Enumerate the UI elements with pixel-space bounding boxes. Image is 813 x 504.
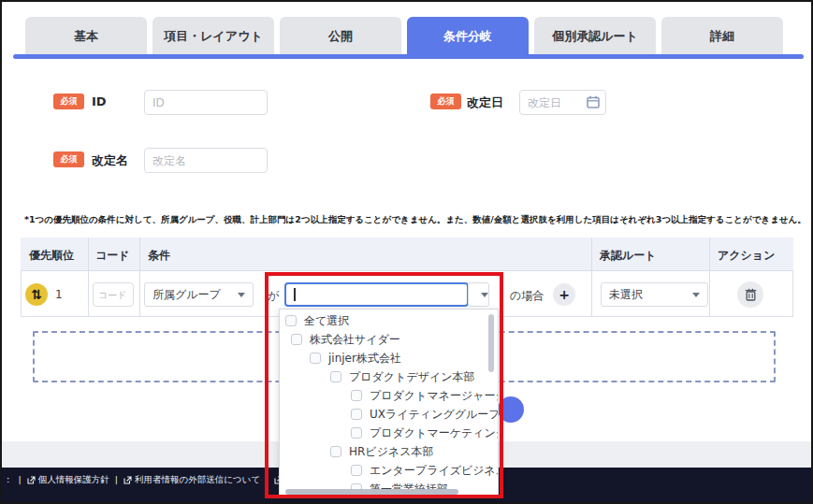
dropdown-item-company-cider[interactable]: 株式会社サイダー xyxy=(280,330,498,349)
checkbox[interactable] xyxy=(351,409,362,420)
checkbox[interactable] xyxy=(330,371,341,382)
checkbox[interactable] xyxy=(285,315,297,326)
tab-publish[interactable]: 公開 xyxy=(280,17,401,55)
add-condition-button[interactable]: + xyxy=(553,283,575,306)
checkbox[interactable] xyxy=(330,446,341,457)
add-row-fab[interactable] xyxy=(498,396,524,423)
tab-condition-branch[interactable]: 条件分岐 xyxy=(407,17,529,55)
checkbox[interactable] xyxy=(351,427,362,439)
tab-basic[interactable]: 基本 xyxy=(25,17,147,55)
sort-handle-icon[interactable]: ⇅ xyxy=(25,283,48,306)
revision-date-label: 改定日 xyxy=(467,94,503,111)
condition-value-input[interactable] xyxy=(284,282,469,307)
chevron-down-icon xyxy=(481,293,488,297)
calendar-icon[interactable] xyxy=(587,95,600,108)
suffix-text: の場合 xyxy=(510,288,544,304)
revision-name-input[interactable] xyxy=(144,148,268,173)
particle-text: が xyxy=(268,288,279,304)
footer-prefix: ： xyxy=(4,474,13,486)
text-cursor xyxy=(294,288,296,301)
dropdown-item-enterprise-business-dept[interactable]: エンタープライズビジネス部 xyxy=(280,461,498,480)
trash-icon xyxy=(745,288,757,301)
constraint-note: *1つの優先順位の条件に対して、所属グループ、役職、計上部門は2つ以上指定するこ… xyxy=(24,214,801,226)
id-label: ID xyxy=(92,94,107,108)
dropdown-item-select-all[interactable]: 全て選択 xyxy=(280,311,498,330)
header-priority: 優先順位 xyxy=(29,248,74,264)
required-badge-revision-date: 必須 xyxy=(430,94,461,109)
dropdown-item-product-manager-group[interactable]: プロダクトマネージャーグル xyxy=(280,386,498,405)
condition-value-dropdown-toggle[interactable] xyxy=(468,282,489,307)
checkbox[interactable] xyxy=(310,353,321,364)
checkbox[interactable] xyxy=(291,334,302,345)
dropdown-item-ux-writing-group[interactable]: UXライティンググループ xyxy=(280,405,498,424)
dropdown-item-hr-business-div[interactable]: HRビジネス本部 xyxy=(280,442,498,461)
tab-details[interactable]: 詳細 xyxy=(661,17,783,55)
footer-link-privacy-policy[interactable]: 個人情報保護方針 xyxy=(27,474,109,486)
dropdown-item-product-marketing-group[interactable]: プロダクトマーケティンググ xyxy=(280,424,498,442)
revision-name-label: 改定名 xyxy=(92,152,128,169)
id-input[interactable] xyxy=(144,90,268,115)
footer-link-external-transmission[interactable]: 利用者情報の外部送信について xyxy=(123,474,260,486)
approval-route-select[interactable]: 未選択 xyxy=(601,282,708,307)
priority-number: 1 xyxy=(55,288,63,301)
group-selector-dropdown: 全て選択 株式会社サイダー jinjer株式会社 プロダクトデザイン本部 プロダ… xyxy=(279,309,499,498)
header-approval-route: 承認ルート xyxy=(600,248,657,264)
table-header-row xyxy=(21,238,793,271)
chevron-down-icon xyxy=(238,293,245,297)
external-link-icon xyxy=(27,476,36,484)
tab-individual-approval-route[interactable]: 個別承認ルート xyxy=(534,17,656,55)
dropdown-item-product-design-div[interactable]: プロダクトデザイン本部 xyxy=(280,367,498,386)
code-input[interactable] xyxy=(93,282,134,307)
condition-field-select[interactable]: 所属グループ xyxy=(144,282,254,307)
external-link-icon xyxy=(123,476,132,484)
dropdown-item-jinjer[interactable]: jinjer株式会社 xyxy=(280,349,498,367)
dropdown-vertical-scrollbar[interactable] xyxy=(488,314,494,372)
header-action: アクション xyxy=(718,248,775,264)
checkbox[interactable] xyxy=(351,390,362,401)
tab-item-layout[interactable]: 項目・レイアウト xyxy=(152,17,274,55)
active-tab-underline xyxy=(13,54,804,59)
chevron-down-icon xyxy=(692,293,700,297)
dropdown-horizontal-scrollbar[interactable] xyxy=(285,489,458,495)
required-badge-id: 必須 xyxy=(53,94,84,109)
checkbox[interactable] xyxy=(351,465,362,476)
required-badge-revision-name: 必須 xyxy=(53,151,84,167)
delete-row-button[interactable] xyxy=(737,281,763,308)
workflow-settings-screen: 基本 項目・レイアウト 公開 条件分岐 個別承認ルート 詳細 必須 ID 必須 … xyxy=(0,0,813,504)
header-condition: 条件 xyxy=(148,248,170,264)
header-code: コード xyxy=(95,248,130,264)
